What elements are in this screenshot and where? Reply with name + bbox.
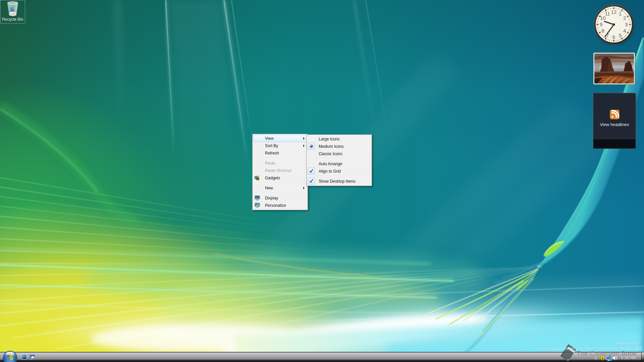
svg-text:8: 8 [601, 28, 604, 34]
svg-text:2: 2 [623, 15, 626, 21]
svg-text:12: 12 [611, 9, 617, 15]
svg-text:9: 9 [600, 21, 602, 27]
svg-text:1: 1 [619, 11, 622, 16]
svg-text:11: 11 [605, 11, 610, 16]
svg-text:6: 6 [612, 34, 615, 40]
svg-text:3: 3 [625, 21, 628, 27]
svg-text:4: 4 [623, 28, 626, 34]
svg-text:5: 5 [619, 33, 622, 38]
